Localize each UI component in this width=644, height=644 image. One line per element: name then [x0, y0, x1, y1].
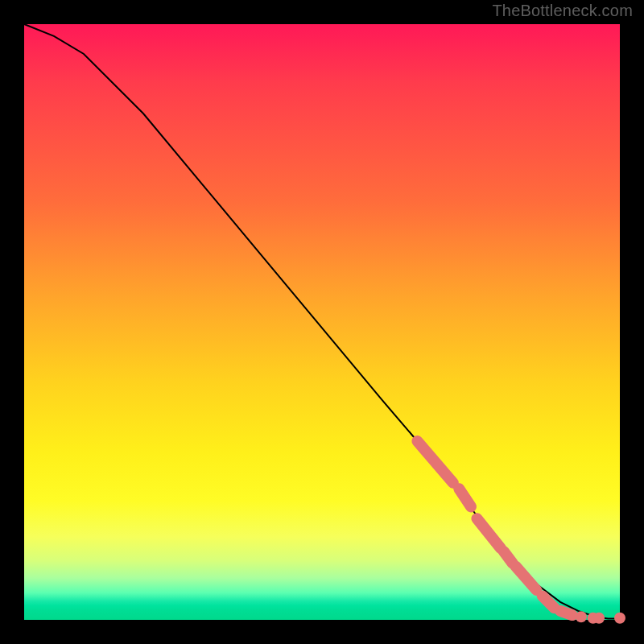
marker-segment	[477, 518, 501, 548]
chart-stage: TheBottleneck.com	[0, 0, 644, 644]
marker-segment	[417, 441, 452, 483]
marker-segment	[543, 596, 555, 608]
plot-svg	[24, 24, 620, 620]
plot-area	[24, 24, 620, 620]
marker-segment	[560, 611, 572, 615]
marker-segment	[459, 489, 471, 506]
marker-segment	[504, 551, 513, 564]
marker-segment	[516, 566, 537, 590]
marker-dot	[576, 611, 587, 622]
curve-line	[24, 24, 620, 619]
attribution-label: TheBottleneck.com	[492, 2, 633, 20]
marker-dot	[593, 613, 605, 624]
marker-dot	[614, 613, 625, 624]
